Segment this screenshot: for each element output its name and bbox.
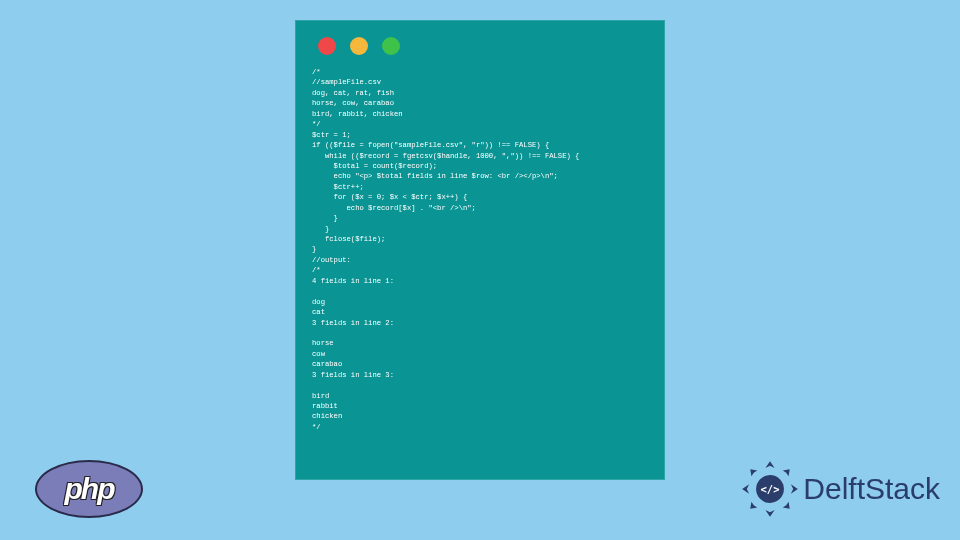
svg-marker-4 bbox=[783, 469, 790, 476]
php-logo: php bbox=[35, 460, 143, 518]
delftstack-text: DelftStack bbox=[803, 472, 940, 506]
svg-marker-0 bbox=[766, 461, 775, 468]
svg-marker-7 bbox=[751, 469, 758, 476]
svg-marker-3 bbox=[742, 484, 749, 493]
code-window: /* //sampleFile.csv dog, cat, rat, fish … bbox=[295, 20, 665, 480]
delftstack-icon: </> bbox=[741, 460, 799, 518]
minimize-dot-icon bbox=[350, 37, 368, 55]
svg-marker-6 bbox=[751, 502, 758, 509]
traffic-lights bbox=[296, 21, 664, 55]
maximize-dot-icon bbox=[382, 37, 400, 55]
svg-marker-5 bbox=[783, 502, 790, 509]
svg-text:</>: </> bbox=[761, 483, 780, 495]
svg-marker-2 bbox=[766, 510, 775, 517]
php-logo-text: php bbox=[65, 472, 114, 506]
code-content: /* //sampleFile.csv dog, cat, rat, fish … bbox=[296, 55, 664, 442]
close-dot-icon bbox=[318, 37, 336, 55]
svg-marker-1 bbox=[791, 484, 798, 493]
delftstack-logo: </> DelftStack bbox=[741, 460, 940, 518]
